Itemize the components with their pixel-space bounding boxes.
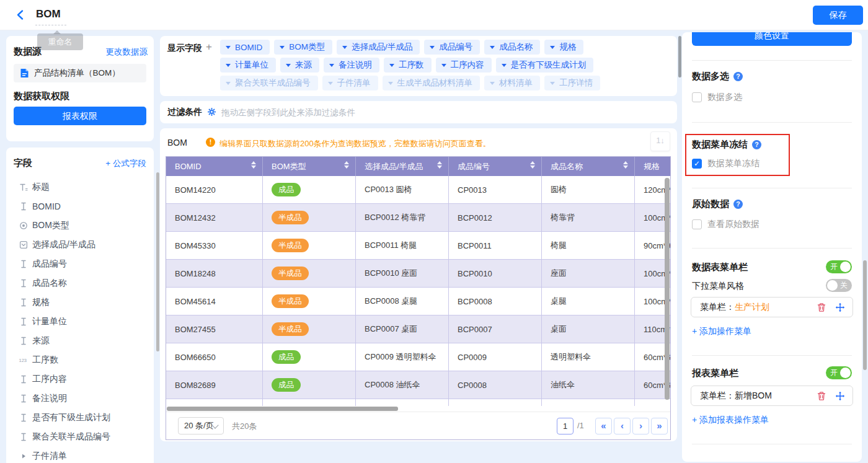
display-field-chip[interactable]: 备注说明 xyxy=(324,58,379,73)
first-page-button[interactable]: « xyxy=(595,418,612,434)
sort-carets-icon[interactable] xyxy=(437,161,442,169)
sort-button[interactable]: 1↓ xyxy=(650,131,670,151)
table-vertical-scrollbar[interactable] xyxy=(665,178,670,400)
field-item[interactable]: 成品编号 xyxy=(6,254,154,273)
sort-carets-icon[interactable] xyxy=(344,161,349,169)
table-row[interactable]: BOM14220成品CP0013 圆椅CP0013圆椅120cm* xyxy=(166,176,670,204)
field-item[interactable]: 成品名称 xyxy=(6,273,154,293)
field-item[interactable]: BOMID xyxy=(6,196,154,216)
table-row[interactable]: BOM82689成品CP0008 油纸伞CP0008油纸伞60cm*6 xyxy=(166,371,670,399)
table-cell: CP0009 xyxy=(449,343,542,371)
field-item[interactable]: 来源 xyxy=(6,331,154,350)
display-field-chip[interactable]: 工序数 xyxy=(384,58,432,73)
change-datasource-link[interactable]: 更改数据源 xyxy=(106,46,148,58)
field-item[interactable]: 是否有下级生成计划 xyxy=(6,408,154,427)
add-display-field-icon[interactable]: + xyxy=(206,41,212,53)
table-cell: BCP0007 桌面 xyxy=(356,315,449,343)
field-item[interactable]: 子件清单 xyxy=(6,446,154,463)
display-field-chip[interactable]: BOMID xyxy=(220,40,270,55)
multi-select-checkbox-row[interactable]: ✓ 数据多选 xyxy=(692,92,742,103)
column-header[interactable]: BOM类型 xyxy=(263,157,356,176)
table-menu-item[interactable]: 菜单栏：生产计划 xyxy=(691,297,853,317)
color-settings-button[interactable]: 颜色设置 xyxy=(692,32,852,46)
table-cell: 透明塑料伞 xyxy=(542,343,635,371)
move-icon[interactable] xyxy=(835,302,845,312)
report-menu-item[interactable]: 菜单栏：新增BOM xyxy=(691,386,853,406)
field-item[interactable]: 备注说明 xyxy=(6,389,154,408)
field-item[interactable]: 标题 xyxy=(6,177,154,196)
field-item[interactable]: 工序内容 xyxy=(6,369,154,389)
prev-page-button[interactable]: ‹ xyxy=(614,418,631,434)
help-icon[interactable]: ? xyxy=(752,140,761,149)
display-field-chip[interactable]: 工序详情 xyxy=(544,76,600,90)
datasource-item[interactable]: 产品结构清单（BOM） xyxy=(14,64,146,82)
field-item[interactable]: 计量单位 xyxy=(6,312,154,331)
add-formula-field-link[interactable]: + 公式字段 xyxy=(105,158,146,169)
display-field-chip[interactable]: 来源 xyxy=(280,58,319,73)
display-field-chip[interactable]: 材料清单 xyxy=(484,76,540,90)
table-row[interactable]: BOM45614半成品BCP0008 桌腿BCP0008桌腿100cm* xyxy=(166,288,670,315)
table-row[interactable]: BOM18248半成品BCP0010 座面BCP0010座面100cm* xyxy=(166,260,670,288)
display-field-chip[interactable]: 成品编号 xyxy=(424,40,480,55)
display-field-chip[interactable]: 工序内容 xyxy=(436,58,492,73)
field-item[interactable]: 选择成品/半成品 xyxy=(6,235,154,254)
table-row[interactable]: BOM45330半成品BCP0011 椅腿BCP0011椅腿90cm*9 xyxy=(166,232,670,260)
column-header-label: 成品编号 xyxy=(458,161,490,172)
move-icon[interactable] xyxy=(835,391,845,401)
fields-scrollbar[interactable] xyxy=(156,172,159,351)
sort-carets-icon[interactable] xyxy=(623,161,628,169)
menu-item-text: 菜单栏：生产计划 xyxy=(700,302,808,313)
add-report-action-menu-link[interactable]: + 添加报表操作菜单 xyxy=(692,415,769,426)
display-field-chip[interactable]: 计量单位 xyxy=(220,58,276,73)
filter-placeholder[interactable]: 拖动左侧字段到此处来添加过滤条件 xyxy=(221,107,355,118)
page-number-input[interactable]: 1 xyxy=(557,418,574,434)
display-field-chip[interactable]: 规格 xyxy=(544,40,583,55)
report-permission-button[interactable]: 报表权限 xyxy=(14,107,146,125)
window-scrollbar[interactable] xyxy=(863,260,867,370)
column-header[interactable]: BOMID xyxy=(166,157,263,176)
table-row[interactable]: BOM66650成品CP0009 透明塑料伞CP0009透明塑料伞60cm*6 xyxy=(166,343,670,371)
display-field-chip[interactable]: 成品名称 xyxy=(484,40,540,55)
last-page-button[interactable]: » xyxy=(651,418,668,434)
field-item[interactable]: 聚合关联半成品编号 xyxy=(6,427,154,446)
column-header[interactable]: 选择成品/半成品 xyxy=(356,157,449,176)
display-field-chip[interactable]: 聚合关联半成品编号 xyxy=(220,76,318,90)
add-action-menu-link[interactable]: + 添加操作菜单 xyxy=(692,326,751,337)
column-header[interactable]: 成品编号 xyxy=(449,157,542,176)
delete-icon[interactable] xyxy=(817,391,826,401)
middle-column-scrollbar[interactable] xyxy=(678,36,681,77)
field-item[interactable]: BOM类型 xyxy=(6,216,154,235)
menu-freeze-checkbox-row[interactable]: ✓ 数据菜单冻结 xyxy=(692,158,760,169)
table-row[interactable]: BOM12432半成品BCP0012 椅靠背BCP0012椅靠背100cm* xyxy=(166,204,670,232)
table-cell: BCP0008 xyxy=(449,288,542,315)
dropdown-style-toggle[interactable]: 关 xyxy=(826,279,852,292)
sort-carets-icon[interactable] xyxy=(251,161,256,169)
table-row[interactable]: BOM27455半成品BCP0007 桌面BCP0007桌面110cm* xyxy=(166,315,670,343)
help-icon[interactable]: ? xyxy=(733,200,743,209)
table-horizontal-scrollbar[interactable] xyxy=(167,407,398,411)
delete-icon[interactable] xyxy=(817,302,826,312)
sort-carets-icon[interactable] xyxy=(530,161,535,169)
filter-settings-icon[interactable] xyxy=(207,107,216,117)
display-field-chip[interactable]: 是否有下级生成计划 xyxy=(496,58,594,73)
display-field-chip[interactable]: 选择成品/半成品 xyxy=(337,40,420,55)
report-menu-toggle[interactable]: 开 xyxy=(826,366,852,379)
page-title[interactable]: BOM xyxy=(36,8,61,20)
table-menu-toggle[interactable]: 开 xyxy=(826,260,852,273)
help-icon[interactable]: ? xyxy=(733,72,743,81)
back-icon[interactable] xyxy=(15,9,26,20)
title-field-icon xyxy=(19,182,29,192)
next-page-button[interactable]: › xyxy=(632,418,649,434)
warning-icon: ! xyxy=(206,138,215,147)
display-field-chip[interactable]: 子件清单 xyxy=(322,76,378,90)
filter-label: 过滤条件 xyxy=(167,107,202,118)
column-header[interactable]: 规格 xyxy=(635,157,670,176)
save-button[interactable]: 保存 xyxy=(813,6,863,25)
field-item[interactable]: 规格 xyxy=(6,293,154,312)
page-size-select[interactable]: 20 条/页 xyxy=(178,417,224,434)
raw-data-checkbox-row[interactable]: ✓ 查看原始数据 xyxy=(692,219,760,230)
column-header[interactable]: 成品名称 xyxy=(542,157,635,176)
display-field-chip[interactable]: 生成半成品材料清单 xyxy=(383,76,480,90)
field-item[interactable]: 123工序数 xyxy=(6,350,154,369)
display-field-chip[interactable]: BOM类型 xyxy=(274,40,332,55)
